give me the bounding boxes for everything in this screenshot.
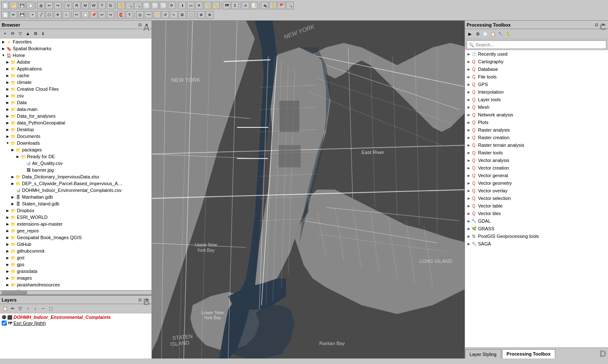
proc-item-vector-general[interactable]: ▶ Q Vector general bbox=[465, 172, 608, 179]
postgis-toggle[interactable]: ▶ bbox=[467, 233, 471, 239]
cache-toggle[interactable]: ▶ bbox=[5, 73, 10, 78]
deselect-btn[interactable]: ✕ bbox=[195, 2, 203, 9]
database-toggle[interactable]: ▶ bbox=[467, 66, 471, 72]
browser-collapse-btn[interactable]: ▲ bbox=[24, 30, 31, 37]
images-toggle[interactable]: ▶ bbox=[5, 275, 10, 280]
java-toggle[interactable]: ▶ bbox=[5, 282, 10, 287]
atlas-btn[interactable]: 🗺 bbox=[223, 2, 230, 9]
tree-item-grassdata[interactable]: ▶ 📁 grassdata bbox=[0, 268, 151, 275]
fill-ring-btn[interactable]: ⊗ bbox=[206, 11, 213, 19]
vector-selection-toggle[interactable]: ▶ bbox=[467, 195, 471, 201]
file-tools-toggle[interactable]: ▶ bbox=[467, 74, 471, 80]
github-toggle[interactable]: ▶ bbox=[5, 242, 10, 247]
proc-settings-btn[interactable]: ⚙ bbox=[474, 31, 481, 38]
layers-float-btn[interactable]: ⊡ bbox=[137, 297, 143, 303]
zoom-select-btn[interactable]: ⬜ bbox=[159, 2, 167, 9]
measure-area-btn[interactable]: 📐 bbox=[212, 2, 220, 9]
vector-tiles-toggle[interactable]: ▶ bbox=[467, 210, 471, 216]
split-btn[interactable]: ⚡ bbox=[153, 11, 161, 19]
proc-item-vector-analysis[interactable]: ▶ Q Vector analysis bbox=[465, 156, 608, 164]
tree-item-documents[interactable]: ▶ 📁 Documents bbox=[0, 133, 151, 140]
zoom-layer-btn[interactable]: ⬜ bbox=[151, 2, 159, 9]
proc-item-raster-terrain[interactable]: ▶ Q Raster terrain analysis bbox=[465, 141, 608, 149]
zoom-in-btn[interactable]: 🔍 bbox=[126, 2, 133, 9]
gml-toggle[interactable]: ▶ bbox=[5, 255, 10, 260]
gps-folder-toggle[interactable]: ▶ bbox=[5, 262, 10, 267]
save-as-btn[interactable]: 📋 bbox=[27, 2, 34, 9]
add-point-btn[interactable]: • bbox=[29, 11, 36, 19]
browser-tree[interactable]: ▶ ★ Favorites ▶ 🔖 Spatial Bookmarks ▼ 🏠 … bbox=[0, 38, 151, 290]
proc-model-btn[interactable]: 🔧 bbox=[497, 31, 504, 38]
add-poly-btn[interactable]: ⬡ bbox=[46, 11, 53, 19]
layer-item-dohmh[interactable]: ⚫ ⬛ DOHMH_Indoor_Environmental_Complaint… bbox=[1, 314, 151, 320]
topology-btn[interactable]: T bbox=[126, 11, 133, 19]
esri-toggle[interactable]: ▶ bbox=[5, 215, 10, 220]
cartography-toggle[interactable]: ▶ bbox=[467, 59, 471, 65]
proc-item-gdal[interactable]: ▶ 🔧 GDAL bbox=[465, 217, 608, 225]
add-vector-btn[interactable]: V bbox=[65, 2, 72, 9]
tree-item-githubcommit[interactable]: ▶ 📁 githubcommit bbox=[0, 248, 151, 254]
pan-btn[interactable]: ✋ bbox=[117, 2, 125, 9]
layers-filter-btn[interactable]: ▽ bbox=[17, 305, 24, 312]
refresh-btn[interactable]: ⟳ bbox=[168, 2, 176, 9]
print-btn[interactable]: 🖨 bbox=[37, 2, 45, 9]
desktop-toggle[interactable]: ▶ bbox=[5, 127, 10, 132]
zoom-full-btn[interactable]: ⬜ bbox=[143, 2, 150, 9]
tab-processing-toolbox[interactable]: Processing Toolbox bbox=[502, 349, 555, 359]
tree-item-adobe[interactable]: ▶ 📁 Adobe bbox=[0, 59, 151, 65]
creative-cloud-toggle[interactable]: ▶ bbox=[5, 86, 10, 92]
data-python-toggle[interactable]: ▶ bbox=[5, 120, 10, 125]
tree-item-data-main[interactable]: ▶ 📁 data-main bbox=[0, 106, 151, 113]
proc-item-vector-geometry[interactable]: ▶ Q Vector geometry bbox=[465, 179, 608, 187]
favorites-toggle[interactable]: ▶ bbox=[1, 39, 6, 44]
proc-item-cartography[interactable]: ▶ Q Cartography bbox=[465, 58, 608, 65]
manhattan-toggle[interactable]: ▶ bbox=[10, 194, 15, 200]
tree-item-applications[interactable]: ▶ 📁 Applications bbox=[0, 65, 151, 72]
tree-item-cache[interactable]: ▶ 📁 cache bbox=[0, 72, 151, 79]
gps-proc-toggle[interactable]: ▶ bbox=[467, 81, 471, 87]
applications-toggle[interactable]: ▶ bbox=[5, 66, 10, 71]
browser-add-btn[interactable]: + bbox=[2, 30, 8, 37]
measure-btn[interactable]: 📏 bbox=[204, 2, 211, 9]
proc-item-vector-selection[interactable]: ▶ Q Vector selection bbox=[465, 194, 608, 202]
python-btn[interactable]: 🐍 bbox=[269, 2, 277, 9]
browser-options-btn[interactable]: ⚙ bbox=[32, 30, 39, 37]
add-mesh-btn[interactable]: M bbox=[81, 2, 89, 9]
adobe-toggle[interactable]: ▶ bbox=[5, 59, 10, 65]
tree-item-dropbox[interactable]: ▶ 📁 Dropbox bbox=[0, 207, 151, 214]
flag-btn[interactable]: 🚩 bbox=[278, 2, 285, 9]
proc-item-vector-table[interactable]: ▶ Q Vector table bbox=[465, 202, 608, 210]
recently-used-toggle[interactable]: ▶ bbox=[467, 51, 471, 57]
processing-float-btn[interactable]: ⊡ bbox=[594, 22, 600, 28]
proc-item-vector-overlay[interactable]: ▶ Q Vector overlay bbox=[465, 187, 608, 194]
reshape-btn[interactable]: ⬚ bbox=[187, 11, 195, 19]
raster-analysis-toggle[interactable]: ▶ bbox=[467, 127, 471, 133]
browser-filter-btn[interactable]: ▽ bbox=[17, 30, 24, 37]
tree-item-gps-folder[interactable]: ▶ 📁 gps bbox=[0, 261, 151, 268]
tree-item-manhattan[interactable]: ▶ 🗄 Manhattan.gdb bbox=[0, 194, 151, 200]
tree-item-climate[interactable]: ▶ 📁 climate bbox=[0, 79, 151, 86]
proc-results-btn[interactable]: 📋 bbox=[489, 31, 496, 38]
saga-toggle[interactable]: ▶ bbox=[467, 241, 471, 247]
undo-btn[interactable]: ↩ bbox=[46, 2, 53, 9]
documents-toggle[interactable]: ▶ bbox=[5, 134, 10, 139]
layers-close-btn[interactable]: ✕ bbox=[144, 297, 150, 303]
tree-item-data-python[interactable]: ▶ 📁 data_PythonGeospatial bbox=[0, 119, 151, 126]
proc-item-plots[interactable]: ▶ Q Plots bbox=[465, 119, 608, 126]
raster-tools-toggle[interactable]: ▶ bbox=[467, 150, 471, 156]
tree-item-packages[interactable]: ▶ 📁 packages bbox=[0, 146, 151, 153]
statistics-btn[interactable]: Σ bbox=[231, 2, 239, 9]
tree-item-downloads[interactable]: ▼ 📁 Downloads bbox=[0, 140, 151, 146]
add-gpx-btn[interactable]: G bbox=[107, 2, 114, 9]
tree-item-air-quality[interactable]: ▶ 📊 Air_Quality.csv bbox=[0, 160, 151, 167]
layer-tools-toggle[interactable]: ▶ bbox=[467, 97, 471, 102]
tree-item-favorites[interactable]: ▶ ★ Favorites bbox=[0, 38, 151, 45]
proc-python-btn[interactable]: 🐍 bbox=[505, 31, 511, 38]
cut-btn[interactable]: ✂ bbox=[73, 11, 81, 19]
dep-toggle[interactable]: ▶ bbox=[10, 181, 15, 186]
tab-layer-styling[interactable]: Layer Styling bbox=[465, 349, 501, 359]
ready-de-toggle[interactable]: ▶ bbox=[15, 154, 20, 159]
layers-open-attr-btn[interactable]: 📋 bbox=[2, 305, 8, 312]
staten-toggle[interactable]: ▶ bbox=[10, 201, 15, 206]
save-project-btn[interactable]: 💾 bbox=[18, 2, 26, 9]
